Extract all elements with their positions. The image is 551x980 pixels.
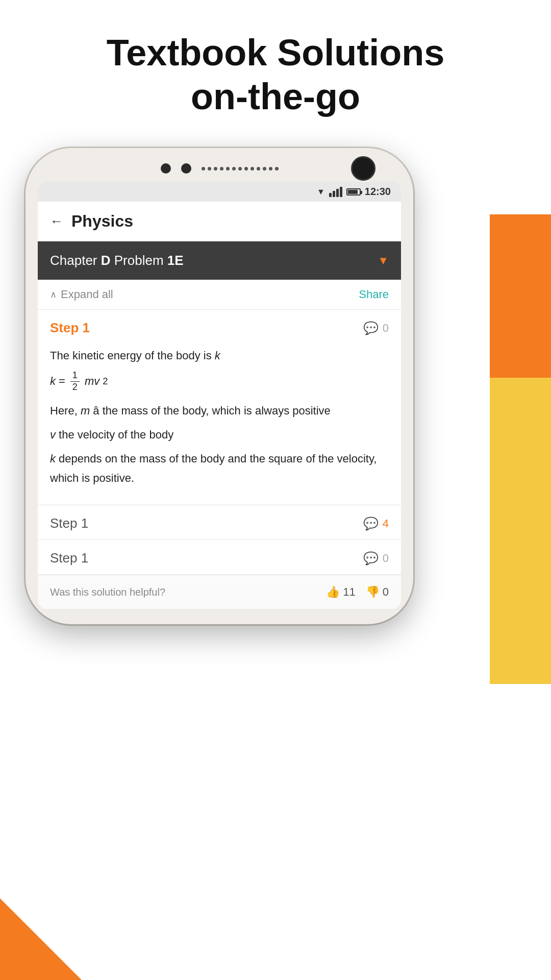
comment-count-1: 0 bbox=[383, 322, 389, 335]
phone-dot-left bbox=[161, 163, 171, 174]
chapter-bar[interactable]: Chapter D Problem 1E ▼ bbox=[38, 241, 401, 280]
comment-icon-3: 💬 bbox=[363, 551, 379, 566]
comment-count-3: 0 bbox=[383, 552, 389, 565]
step-section-3: Step 1 💬 0 bbox=[38, 540, 401, 575]
page-title: Textbook Solutions on-the-go bbox=[0, 31, 551, 119]
phone-screen: ▼ 12:30 ← Ph bbox=[38, 182, 401, 609]
back-button[interactable]: ← bbox=[50, 213, 63, 229]
bg-orange-right bbox=[490, 214, 551, 378]
wifi-icon: ▼ bbox=[317, 187, 325, 197]
step-header-2: Step 1 💬 4 bbox=[38, 505, 401, 540]
helpful-bar: Was this solution helpful? 👍 11 👎 0 bbox=[38, 575, 401, 609]
comment-icon-1: 💬 bbox=[363, 321, 379, 335]
status-icons: ▼ 12:30 bbox=[317, 186, 391, 198]
chapter-chevron-icon: ▼ bbox=[378, 254, 389, 267]
status-time: 12:30 bbox=[365, 186, 391, 198]
step-1-content: The kinetic energy of the body is k k = … bbox=[38, 344, 401, 505]
formula-line-1: The kinetic energy of the body is k bbox=[50, 346, 389, 365]
app-title: Physics bbox=[71, 212, 133, 231]
chapter-label: Chapter D Problem 1E bbox=[50, 253, 184, 268]
step-1-comment[interactable]: 💬 0 bbox=[363, 321, 389, 335]
share-button[interactable]: Share bbox=[359, 288, 389, 301]
fraction: 1 2 bbox=[70, 370, 80, 393]
step-header-1: Step 1 💬 0 bbox=[38, 310, 401, 344]
app-header: ← Physics bbox=[38, 202, 401, 241]
helpful-actions: 👍 11 👎 0 bbox=[326, 585, 389, 599]
formula-line-4: k depends on the mass of the body and th… bbox=[50, 449, 389, 487]
phone-speaker bbox=[202, 167, 279, 170]
bg-yellow-right bbox=[490, 378, 551, 684]
thumbs-up-count: 11 bbox=[343, 585, 355, 599]
step-3-comment[interactable]: 💬 0 bbox=[363, 551, 389, 566]
step-header-3: Step 1 💬 0 bbox=[38, 540, 401, 574]
page-heading: Textbook Solutions on-the-go bbox=[0, 31, 551, 119]
thumbs-down-button[interactable]: 👎 0 bbox=[366, 585, 389, 599]
thumbs-down-count: 0 bbox=[383, 585, 389, 599]
helpful-question: Was this solution helpful? bbox=[50, 586, 318, 598]
phone-hardware-top bbox=[38, 163, 401, 174]
step-section-1: Step 1 💬 0 The kinetic energy of the bod… bbox=[38, 310, 401, 505]
thumbs-up-button[interactable]: 👍 11 bbox=[326, 585, 355, 599]
comment-count-2: 4 bbox=[383, 517, 389, 530]
step-2-comment[interactable]: 💬 4 bbox=[363, 517, 389, 531]
phone-dot-second bbox=[181, 163, 191, 174]
expand-all-label: Expand all bbox=[61, 288, 113, 301]
status-bar: ▼ 12:30 bbox=[38, 182, 401, 202]
expand-all-button[interactable]: ∧ Expand all bbox=[50, 288, 113, 301]
step-2-label[interactable]: Step 1 bbox=[50, 516, 88, 531]
bg-orange-bottom-left bbox=[0, 898, 82, 980]
formula-line-2: Here, m â the mass of the body, which is… bbox=[50, 401, 389, 420]
step-3-label[interactable]: Step 1 bbox=[50, 550, 88, 566]
formula-line-3: v the velocity of the body bbox=[50, 425, 389, 444]
phone-mockup: ▼ 12:30 ← Ph bbox=[26, 148, 413, 624]
expand-share-bar: ∧ Expand all Share bbox=[38, 280, 401, 310]
thumbs-up-icon: 👍 bbox=[326, 585, 340, 599]
signal-icon bbox=[329, 187, 342, 197]
step-1-label[interactable]: Step 1 bbox=[50, 320, 90, 336]
expand-chevron-icon: ∧ bbox=[50, 289, 57, 300]
step-section-2: Step 1 💬 4 bbox=[38, 505, 401, 540]
formula-equation: k = 1 2 mv2 bbox=[50, 370, 389, 393]
comment-icon-2: 💬 bbox=[363, 517, 379, 531]
phone-outer: ▼ 12:30 ← Ph bbox=[26, 148, 413, 624]
content-area: ∧ Expand all Share Step 1 💬 0 bbox=[38, 280, 401, 609]
phone-camera bbox=[351, 156, 375, 181]
thumbs-down-icon: 👎 bbox=[366, 585, 380, 599]
battery-icon bbox=[346, 188, 361, 195]
